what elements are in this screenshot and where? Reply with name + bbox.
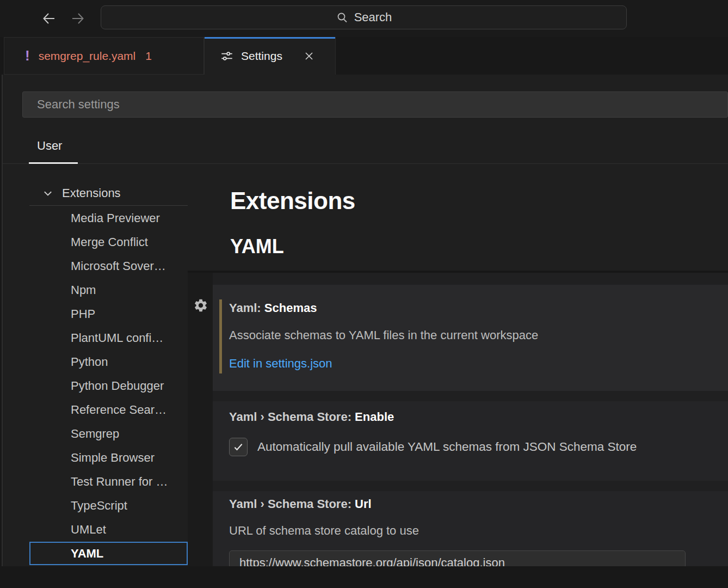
sliders-icon [220, 49, 234, 63]
setting-title-prefix: Yaml: [229, 301, 264, 315]
tree-root-label: Extensions [62, 186, 121, 200]
tree-item-test-runner[interactable]: Test Runner for … [29, 470, 188, 494]
tree-item-merge-conflict[interactable]: Merge Conflict [29, 230, 188, 254]
tree-item-plantuml[interactable]: PlantUML confi… [29, 326, 188, 350]
bottom-chrome-strip [0, 566, 728, 588]
schema-store-enable-checkbox[interactable] [229, 438, 248, 456]
setting-title-name: Url [355, 497, 372, 511]
tab-settings[interactable]: Settings [204, 37, 336, 75]
settings-toc-tree: Media Previewer Merge Conflict Microsoft… [3, 206, 188, 565]
tree-sticky-border [29, 205, 188, 206]
scope-tab-user[interactable]: User [37, 139, 62, 153]
gear-icon[interactable] [193, 298, 208, 313]
tree-item-umlet[interactable]: UMLet [29, 518, 188, 542]
close-icon[interactable] [303, 50, 316, 63]
tree-item-semgrep[interactable]: Semgrep [29, 422, 188, 446]
tree-item-media-previewer[interactable]: Media Previewer [29, 206, 188, 230]
setting-title: Yaml: Schemas [213, 285, 728, 315]
vscode-window: Search ! semgrep_rule.yaml 1 Settings [0, 0, 728, 588]
tree-item-typescript[interactable]: TypeScript [29, 494, 188, 518]
settings-search-input[interactable] [22, 91, 728, 118]
setting-description: Associate schemas to YAML files in the c… [213, 328, 728, 342]
edit-in-settings-json-link[interactable]: Edit in settings.json [229, 357, 332, 371]
setting-row-schema-store-url: Yaml › Schema Store: Url URL of schema s… [213, 491, 728, 573]
command-center-search[interactable]: Search [101, 5, 627, 29]
tree-item-npm[interactable]: Npm [29, 278, 188, 302]
modified-indicator [219, 299, 222, 373]
tree-item-simple-browser[interactable]: Simple Browser [29, 446, 188, 470]
titlebar: Search [0, 0, 728, 37]
setting-row-yaml-schemas: Yaml: Schemas Associate schemas to YAML … [213, 285, 728, 391]
tree-item-reference-search[interactable]: Reference Sear… [29, 398, 188, 422]
settings-category-heading: Extensions [230, 187, 355, 215]
tab-semgrep-rule-yaml[interactable]: ! semgrep_rule.yaml 1 [4, 37, 204, 75]
settings-list-gutter [188, 273, 213, 566]
chevron-down-icon [42, 187, 54, 199]
forward-arrow-icon[interactable] [69, 10, 87, 27]
editor-tabs: ! semgrep_rule.yaml 1 Settings [0, 37, 728, 75]
setting-title: Yaml › Schema Store: Enable [213, 401, 728, 424]
setting-description: URL of schema store catalog to use [213, 524, 728, 538]
settings-section-heading: YAML [230, 235, 284, 258]
tab-label: semgrep_rule.yaml [39, 50, 136, 63]
setting-title-name: Schemas [264, 301, 317, 315]
tree-item-python[interactable]: Python [29, 350, 188, 374]
yaml-warning-file-icon: ! [25, 47, 30, 64]
setting-title-name: Enable [355, 410, 394, 424]
setting-title: Yaml › Schema Store: Url [213, 491, 728, 511]
tree-item-microsoft-sovereign[interactable]: Microsoft Sover… [29, 254, 188, 278]
tab-label: Settings [241, 50, 282, 63]
tree-item-python-debugger[interactable]: Python Debugger [29, 374, 188, 398]
setting-title-prefix: Yaml › Schema Store: [229, 410, 355, 424]
scope-bar-border [3, 163, 728, 164]
back-arrow-icon[interactable] [40, 10, 58, 27]
checkbox-label: Automatically pull available YAML schema… [257, 440, 637, 454]
setting-row-schema-store-enable: Yaml › Schema Store: Enable Automaticall… [213, 401, 728, 481]
tree-item-php[interactable]: PHP [29, 302, 188, 326]
tab-problem-badge: 1 [145, 50, 152, 63]
tree-root-extensions[interactable]: Extensions [3, 181, 188, 206]
tree-item-yaml-selected[interactable]: YAML [29, 542, 188, 565]
search-icon [336, 11, 349, 24]
scope-tab-active-underline [29, 162, 78, 164]
setting-title-prefix: Yaml › Schema Store: [229, 497, 355, 511]
command-center-label: Search [354, 10, 392, 24]
